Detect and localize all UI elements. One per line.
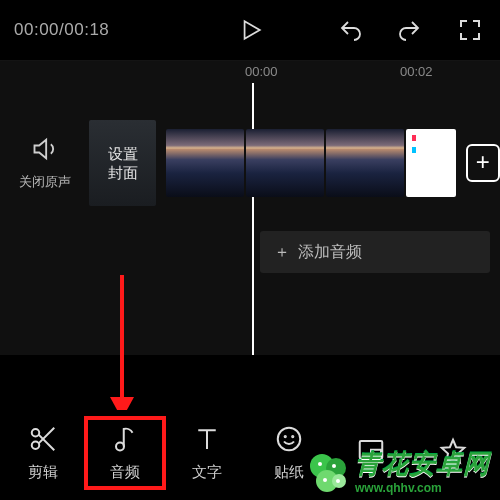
time-total: 00:18 xyxy=(64,20,109,39)
tool-pip[interactable] xyxy=(332,436,410,470)
add-audio-label: 添加音频 xyxy=(298,242,362,263)
music-note-icon xyxy=(110,424,140,458)
sticker-icon xyxy=(274,424,304,458)
tool-cut[interactable]: 剪辑 xyxy=(4,424,82,482)
tool-label: 剪辑 xyxy=(28,463,58,482)
clip-thumb[interactable] xyxy=(166,129,244,197)
tool-label: 文字 xyxy=(192,463,222,482)
tool-text[interactable]: 文字 xyxy=(168,424,246,482)
plus-icon: + xyxy=(476,148,490,175)
clip-thumb[interactable] xyxy=(246,129,324,197)
tool-label: 音频 xyxy=(110,463,140,482)
ruler-tick: 00:00 xyxy=(245,64,278,79)
text-icon xyxy=(192,424,222,458)
video-clip-strip[interactable] xyxy=(166,129,456,197)
star-icon xyxy=(438,436,468,470)
svg-rect-7 xyxy=(371,450,381,458)
tool-label: 贴纸 xyxy=(274,463,304,482)
tool-audio[interactable]: 音频 xyxy=(86,418,164,488)
svg-point-5 xyxy=(292,436,293,437)
video-track-row: 关闭原声 设置 封面 + xyxy=(0,113,500,213)
top-bar-right xyxy=(334,14,486,46)
add-clip-button[interactable]: + xyxy=(466,144,500,182)
mute-original-sound[interactable]: 关闭原声 xyxy=(0,135,89,191)
fullscreen-button[interactable] xyxy=(454,14,486,46)
cover-label: 设置 封面 xyxy=(108,144,138,183)
scissors-icon xyxy=(28,424,58,458)
clip-thumb[interactable] xyxy=(326,129,404,197)
clip-thumb-end[interactable] xyxy=(406,129,456,197)
speaker-icon xyxy=(31,135,59,167)
set-cover-button[interactable]: 设置 封面 xyxy=(89,120,155,206)
playhead-line[interactable] xyxy=(252,83,254,355)
time-current: 00:00 xyxy=(14,20,59,39)
timeline-area[interactable]: 00:00 00:02 关闭原声 设置 封面 xyxy=(0,60,500,355)
video-editor-screen: 00:00/00:18 00:00 00:02 xyxy=(0,0,500,500)
undo-button[interactable] xyxy=(334,14,366,46)
picture-in-picture-icon xyxy=(356,436,386,470)
mute-label: 关闭原声 xyxy=(19,173,71,191)
play-button[interactable] xyxy=(234,14,266,46)
top-bar: 00:00/00:18 xyxy=(0,0,500,60)
add-audio-track[interactable]: ＋ 添加音频 xyxy=(260,231,490,273)
plus-icon: ＋ xyxy=(274,242,290,263)
svg-point-3 xyxy=(278,428,301,451)
time-ruler: 00:00 00:02 xyxy=(0,61,500,83)
tool-effects[interactable] xyxy=(414,436,492,470)
ruler-tick: 00:02 xyxy=(400,64,433,79)
bottom-toolbar: 剪辑 音频 文字 贴纸 xyxy=(0,410,500,500)
playhead-timecode: 00:00/00:18 xyxy=(14,20,109,40)
svg-point-4 xyxy=(285,436,286,437)
redo-button[interactable] xyxy=(394,14,426,46)
tool-sticker[interactable]: 贴纸 xyxy=(250,424,328,482)
